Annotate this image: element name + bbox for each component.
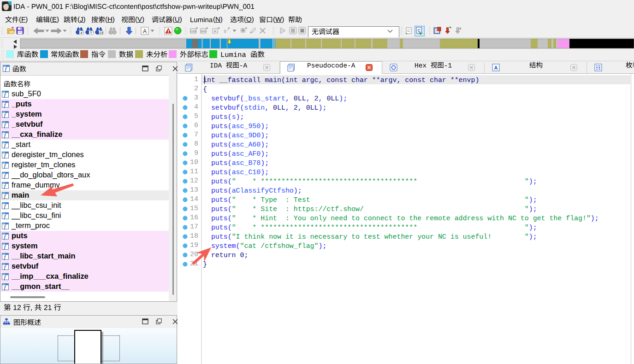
svg-text:C: C: [417, 28, 420, 33]
svg-text:101: 101: [98, 31, 103, 35]
svg-text:A: A: [143, 28, 147, 35]
svg-text:A: A: [494, 65, 498, 70]
svg-text:CODE: CODE: [190, 30, 197, 33]
svg-text:T: T: [90, 31, 92, 35]
svg-text:C: C: [408, 29, 410, 33]
svg-text:A: A: [214, 29, 217, 33]
svg-text:DATA: DATA: [201, 30, 207, 33]
svg-text:'s': 's': [223, 29, 229, 34]
